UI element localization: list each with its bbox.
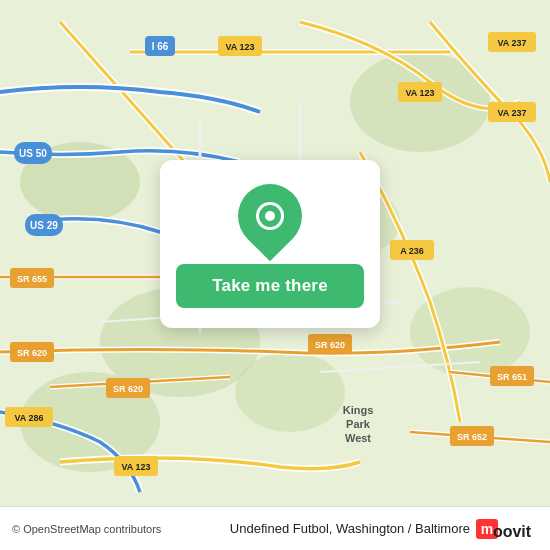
location-card: Take me there bbox=[160, 160, 380, 328]
moovit-logo: m oovit bbox=[476, 515, 538, 543]
svg-text:SR 620: SR 620 bbox=[113, 384, 143, 394]
location-name: Undefined Futbol, Washington / Baltimore bbox=[230, 521, 470, 536]
pin-circle-outer bbox=[256, 202, 284, 230]
svg-text:SR 651: SR 651 bbox=[497, 372, 527, 382]
svg-text:Kings: Kings bbox=[343, 404, 374, 416]
svg-text:US 29: US 29 bbox=[30, 220, 58, 231]
take-me-there-button[interactable]: Take me there bbox=[176, 264, 364, 308]
svg-text:SR 655: SR 655 bbox=[17, 274, 47, 284]
svg-text:SR 620: SR 620 bbox=[315, 340, 345, 350]
map-pin-icon bbox=[225, 171, 316, 262]
svg-text:VA 123: VA 123 bbox=[405, 88, 434, 98]
svg-text:US 50: US 50 bbox=[19, 148, 47, 159]
moovit-logo-svg: m oovit bbox=[476, 515, 538, 543]
branding-area: Undefined Futbol, Washington / Baltimore… bbox=[230, 515, 538, 543]
svg-text:m: m bbox=[481, 521, 493, 537]
svg-text:I 66: I 66 bbox=[152, 41, 169, 52]
svg-text:West: West bbox=[345, 432, 371, 444]
map-container: I 66 VA 123 US 50 US 29 VA 237 VA 237 VA… bbox=[0, 0, 550, 550]
svg-text:VA 123: VA 123 bbox=[121, 462, 150, 472]
copyright-text: © OpenStreetMap contributors bbox=[12, 523, 161, 535]
svg-text:VA 237: VA 237 bbox=[497, 38, 526, 48]
svg-text:A 236: A 236 bbox=[400, 246, 424, 256]
svg-text:VA 237: VA 237 bbox=[497, 108, 526, 118]
svg-text:VA 286: VA 286 bbox=[14, 413, 43, 423]
svg-text:VA 123: VA 123 bbox=[225, 42, 254, 52]
pin-circle-inner bbox=[265, 211, 275, 221]
pin-icon-inner bbox=[256, 202, 284, 230]
svg-text:SR 652: SR 652 bbox=[457, 432, 487, 442]
svg-text:SR 620: SR 620 bbox=[17, 348, 47, 358]
bottom-bar: © OpenStreetMap contributors Undefined F… bbox=[0, 506, 550, 550]
svg-point-7 bbox=[235, 352, 345, 432]
svg-text:oovit: oovit bbox=[493, 523, 532, 540]
svg-text:Park: Park bbox=[346, 418, 371, 430]
